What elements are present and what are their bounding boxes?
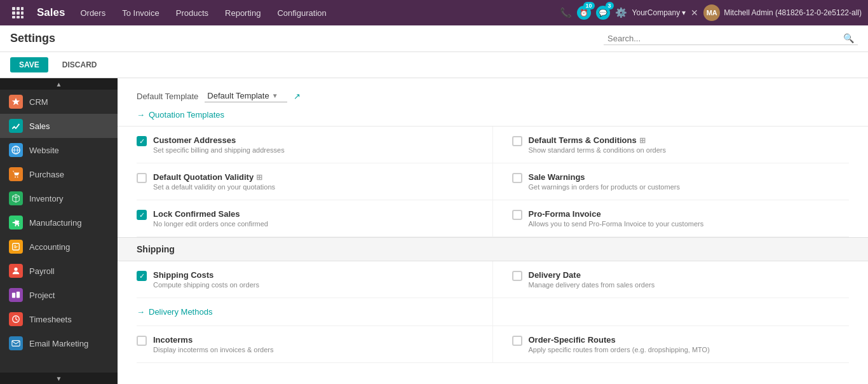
setting-desc-customer-addresses: Set specific billing and shipping addres… <box>153 146 467 154</box>
shipping-grid: Shipping Costs Compute shipping costs on… <box>118 261 868 363</box>
checkbox-order-routes[interactable] <box>512 336 522 346</box>
navbar: Sales Orders To Invoice Products Reporti… <box>0 0 868 25</box>
checkbox-incoterms[interactable] <box>137 336 147 346</box>
navbar-products[interactable]: Products <box>168 6 216 20</box>
activity-icon[interactable]: ⏰ 10 <box>577 6 591 20</box>
setting-title-order-routes: Order-Specific Routes <box>529 335 843 345</box>
header-bar: Settings 🔍 <box>0 25 868 52</box>
delivery-methods-label: Delivery Methods <box>149 307 212 317</box>
default-template-row: Default Template Default Template ▼ ↗ <box>137 90 849 102</box>
navbar-to-invoice[interactable]: To Invoice <box>114 6 167 20</box>
svg-rect-15 <box>17 292 20 298</box>
checkbox-delivery-date[interactable] <box>512 271 522 281</box>
close-button[interactable]: ✕ <box>691 8 698 18</box>
sidebar-item-inventory[interactable]: Inventory <box>0 186 118 210</box>
purchase-icon <box>9 167 23 181</box>
navbar-menu: Orders To Invoice Products Reporting Con… <box>72 6 559 20</box>
action-bar: SAVE DISCARD <box>0 52 868 78</box>
sidebar-item-timesheets[interactable]: Timesheets <box>0 307 118 331</box>
grid-menu-icon[interactable] <box>6 1 29 24</box>
navbar-reporting[interactable]: Reporting <box>217 6 268 20</box>
setting-title-incoterms: Incoterms <box>153 335 467 345</box>
svg-rect-5 <box>21 11 24 15</box>
settings-grid: Customer Addresses Set specific billing … <box>118 127 868 237</box>
sidebar-item-email[interactable]: Email Marketing <box>0 331 118 355</box>
sales-icon <box>9 119 23 133</box>
sidebar-item-payroll[interactable]: Payroll <box>0 259 118 283</box>
sidebar-item-crm[interactable]: CRM <box>0 90 118 114</box>
setting-title-default-terms: Default Terms & Conditions ⊞ <box>529 135 843 145</box>
navbar-configuration[interactable]: Configuration <box>269 6 334 20</box>
user-menu[interactable]: MA Mitchell Admin (481826-12-0-2e5122-al… <box>703 4 862 21</box>
svg-rect-14 <box>12 293 15 298</box>
bot-icon[interactable]: ⚙️ <box>615 7 627 18</box>
sidebar-label-email: Email Marketing <box>29 339 88 348</box>
quotation-templates-label: Quotation Templates <box>149 110 224 120</box>
company-selector[interactable]: YourCompany ▾ <box>632 8 686 17</box>
delivery-methods-row: → Delivery Methods <box>137 298 493 326</box>
setting-title-sale-warnings: Sale Warnings <box>529 172 843 182</box>
search-input[interactable] <box>607 34 843 43</box>
setting-shipping-costs: Shipping Costs Compute shipping costs on… <box>137 261 493 298</box>
app-brand: Sales <box>29 6 72 19</box>
discard-button[interactable]: DISCARD <box>53 57 106 72</box>
sidebar-item-project[interactable]: Project <box>0 283 118 307</box>
setting-desc-lock-confirmed: No longer edit orders once confirmed <box>153 220 467 228</box>
email-icon <box>9 336 23 350</box>
svg-rect-0 <box>12 7 15 10</box>
navbar-orders[interactable]: Orders <box>72 6 113 20</box>
website-icon <box>9 143 23 157</box>
settings-top: Default Template Default Template ▼ ↗ → … <box>118 78 868 127</box>
checkbox-quotation-validity[interactable] <box>137 173 147 183</box>
phone-icon[interactable]: 📞 <box>560 7 572 18</box>
svg-rect-8 <box>21 16 24 18</box>
payroll-icon <box>9 264 23 278</box>
svg-rect-1 <box>17 7 20 10</box>
checkbox-customer-addresses[interactable] <box>137 136 147 146</box>
user-name: Mitchell Admin (481826-12-0-2e5122-all) <box>724 8 862 17</box>
sidebar-scroll-up[interactable]: ▲ <box>0 78 118 90</box>
sidebar-item-accounting[interactable]: Accounting <box>0 235 118 259</box>
sidebar-item-purchase[interactable]: Purchase <box>0 162 118 186</box>
sidebar-item-website[interactable]: Website <box>0 138 118 162</box>
svg-rect-7 <box>17 16 20 18</box>
sidebar: ▲ CRM Sales W <box>0 78 118 384</box>
sidebar-scroll-down[interactable]: ▼ <box>0 373 118 384</box>
info-icon-terms: ⊞ <box>639 136 646 145</box>
svg-rect-4 <box>17 11 20 15</box>
setting-title-pro-forma: Pro-Forma Invoice <box>529 209 843 219</box>
setting-info-sale-warnings: Sale Warnings Get warnings in orders for… <box>529 172 843 191</box>
setting-info-incoterms: Incoterms Display incoterms on invoices … <box>153 335 467 353</box>
sidebar-item-manufacturing[interactable]: Manufacturing <box>0 210 118 235</box>
shipping-section-header: Shipping <box>118 237 868 261</box>
messages-icon[interactable]: 💬 3 <box>596 6 610 20</box>
inventory-icon <box>9 191 23 205</box>
search-bar: 🔍 <box>604 32 858 45</box>
setting-info-quotation-validity: Default Quotation Validity ⊞ Set a defau… <box>153 172 467 191</box>
setting-info-lock-confirmed: Lock Confirmed Sales No longer edit orde… <box>153 209 467 228</box>
setting-lock-confirmed: Lock Confirmed Sales No longer edit orde… <box>137 200 493 237</box>
setting-desc-default-terms: Show standard terms & conditions on orde… <box>529 146 843 154</box>
setting-default-terms: Default Terms & Conditions ⊞ Show standa… <box>493 127 850 163</box>
checkbox-shipping-costs[interactable] <box>137 271 147 281</box>
setting-info-default-terms: Default Terms & Conditions ⊞ Show standa… <box>529 135 843 154</box>
setting-title-delivery-date: Delivery Date <box>529 270 843 280</box>
default-template-label: Default Template <box>137 92 198 101</box>
setting-quotation-validity: Default Quotation Validity ⊞ Set a defau… <box>137 163 493 200</box>
checkbox-default-terms[interactable] <box>512 136 522 146</box>
svg-point-11 <box>17 177 18 178</box>
setting-info-pro-forma: Pro-Forma Invoice Allows you to send Pro… <box>529 209 843 228</box>
sidebar-item-sales[interactable]: Sales <box>0 114 118 138</box>
checkbox-sale-warnings[interactable] <box>512 173 522 183</box>
external-link-icon[interactable]: ↗ <box>294 92 301 101</box>
quotation-templates-link[interactable]: → Quotation Templates <box>137 110 849 120</box>
checkbox-pro-forma[interactable] <box>512 210 522 220</box>
messages-badge: 3 <box>606 2 614 10</box>
checkbox-lock-confirmed[interactable] <box>137 210 147 220</box>
main-content: Default Template Default Template ▼ ↗ → … <box>118 78 868 384</box>
setting-pro-forma: Pro-Forma Invoice Allows you to send Pro… <box>493 200 850 237</box>
default-template-select[interactable]: Default Template ▼ <box>205 90 287 102</box>
save-button[interactable]: SAVE <box>10 57 48 72</box>
setting-desc-pro-forma: Allows you to send Pro-Forma Invoice to … <box>529 220 843 228</box>
delivery-methods-link[interactable]: → Delivery Methods <box>137 307 212 317</box>
